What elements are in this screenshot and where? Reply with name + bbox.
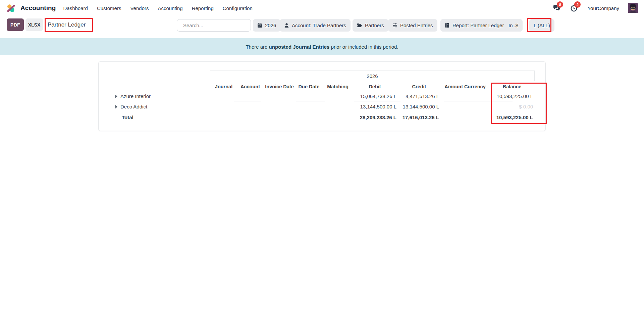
partner-toggle[interactable]: Deco Addict: [99, 104, 212, 109]
filter-posted-entries[interactable]: Posted Entries: [388, 19, 437, 32]
filter-currency[interactable]: In .$: [504, 19, 523, 32]
activities-button[interactable]: 2: [570, 4, 579, 12]
partner-name: Deco Addict: [120, 104, 147, 109]
debit-value: 13,144,500.00 L: [352, 104, 398, 109]
empty-cell-underline: [234, 101, 261, 101]
partner-toggle[interactable]: Azure Interior: [99, 93, 212, 99]
empty-cell-underline: [354, 101, 400, 101]
filter-period-label: 2026: [265, 22, 276, 28]
empty-cell-underline: [354, 112, 400, 112]
col-invoice-date: Invoice Date: [265, 84, 294, 89]
empty-cell-underline: [444, 112, 513, 112]
filter-ledger-all-label: L (ALL): [534, 22, 550, 28]
col-matching: Matching: [324, 84, 352, 89]
calendar-icon: [257, 23, 262, 28]
filter-ledger-all[interactable]: L (ALL): [529, 19, 554, 32]
navbar-right: 8 2 YourCompany: [552, 3, 638, 13]
control-panel: PDF XLSX Partner Ledger 2026: [0, 16, 644, 35]
balance-value-muted: $ 0.00: [490, 104, 534, 109]
partner-name: Azure Interior: [120, 93, 151, 99]
table-row-deco-addict: Deco Addict 13,144,500.00 L 13,144,500.0…: [99, 101, 534, 112]
top-navbar: Accounting Dashboard Customers Vendors A…: [0, 0, 644, 16]
main-menu: Dashboard Customers Vendors Accounting R…: [63, 5, 253, 11]
user-avatar[interactable]: [628, 3, 638, 13]
col-account: Account: [236, 84, 265, 89]
export-pdf-button[interactable]: PDF: [7, 18, 24, 31]
col-amount-currency: Amount Currency: [440, 84, 490, 89]
total-credit: 17,616,013.26 L: [398, 115, 440, 120]
page: Accounting Dashboard Customers Vendors A…: [0, 0, 644, 317]
report-title: Partner Ledger: [48, 18, 86, 31]
total-balance: 10,593,225.00 L: [490, 115, 534, 120]
empty-cell-underline: [234, 112, 261, 112]
table-row-total: Total 28,209,238.26 L 17,616,013.26 L 10…: [99, 112, 534, 123]
credit-value: 4,471,513.26 L: [398, 93, 440, 99]
col-credit: Credit: [398, 84, 440, 89]
period-header: 2026: [210, 71, 535, 81]
balance-value: 10,593,225.00 L: [490, 93, 534, 99]
filter-partners-label: Partners: [365, 22, 384, 28]
accounting-app-icon[interactable]: [7, 4, 15, 12]
menu-accounting[interactable]: Accounting: [158, 5, 182, 11]
filter-currency-label: In .$: [508, 22, 518, 28]
menu-configuration[interactable]: Configuration: [223, 5, 253, 11]
debit-value: 15,064,738.26 L: [352, 93, 398, 99]
filter-report-type-label: Report: Partner Ledger: [452, 22, 504, 28]
empty-cell-underline: [444, 101, 513, 101]
company-switcher[interactable]: YourCompany: [587, 5, 619, 11]
menu-dashboard[interactable]: Dashboard: [63, 5, 88, 11]
activities-badge: 2: [574, 1, 581, 8]
sliders-icon: [392, 23, 397, 28]
unposted-entries-banner: There are unposted Journal Entries prior…: [0, 38, 644, 55]
messages-button[interactable]: 8: [552, 4, 561, 12]
filter-partners[interactable]: Partners: [353, 19, 388, 32]
book-icon: [445, 23, 450, 28]
total-label: Total: [99, 115, 212, 120]
avatar-image: [628, 3, 638, 13]
banner-text: There are unposted Journal Entries prior…: [246, 44, 398, 50]
search-bar[interactable]: [177, 19, 251, 32]
empty-cell-underline: [296, 112, 325, 112]
menu-vendors[interactable]: Vendors: [130, 5, 149, 11]
caret-right-icon: [115, 105, 117, 108]
filter-account[interactable]: Account: Trade Partners: [280, 19, 351, 32]
menu-customers[interactable]: Customers: [97, 5, 121, 11]
empty-cell-underline: [296, 101, 325, 101]
col-journal: Journal: [212, 84, 236, 89]
col-due-date: Due Date: [294, 84, 324, 89]
filter-report-type[interactable]: Report: Partner Ledger: [440, 19, 508, 32]
table-row-azure-interior: Azure Interior 15,064,738.26 L 4,471,513…: [99, 91, 534, 101]
col-balance: Balance: [490, 84, 534, 89]
filter-posted-entries-label: Posted Entries: [400, 22, 433, 28]
app-title[interactable]: Accounting: [20, 4, 56, 12]
filter-period[interactable]: 2026: [253, 19, 280, 32]
export-xlsx-button[interactable]: XLSX: [25, 18, 43, 31]
caret-right-icon: [115, 95, 117, 98]
user-icon: [284, 23, 289, 28]
search-input[interactable]: [183, 22, 250, 28]
total-debit: 28,209,238.26 L: [352, 115, 398, 120]
col-debit: Debit: [352, 84, 398, 89]
menu-reporting[interactable]: Reporting: [192, 5, 214, 11]
partner-ledger-card: 2026 Journal Account Invoice Date Due Da…: [98, 61, 546, 131]
filter-account-label: Account: Trade Partners: [292, 22, 346, 28]
folder-icon: [357, 23, 362, 28]
credit-value: 13,144,500.00 L: [398, 104, 440, 109]
messages-badge: 8: [557, 1, 563, 8]
table-header-row: Journal Account Invoice Date Due Date Ma…: [99, 82, 534, 91]
